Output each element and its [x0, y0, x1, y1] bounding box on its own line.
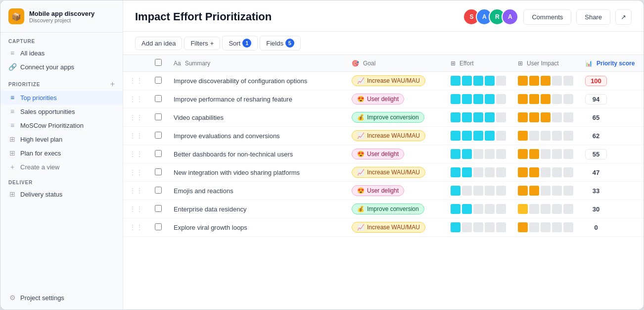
goal-cell: 📈 Increase WAU/MAU — [346, 127, 445, 145]
filters-button[interactable]: Filters + — [184, 37, 220, 50]
priority-score-cell: 100 — [579, 72, 644, 90]
drag-handle-icon[interactable]: ⋮⋮ — [129, 168, 143, 176]
drag-handle-icon[interactable]: ⋮⋮ — [129, 95, 143, 103]
table-row: ⋮⋮ Explore viral growth loops 📈 Increase… — [123, 218, 644, 237]
sidebar-item-plan-for-execs[interactable]: ⊞ Plan for execs — [0, 146, 123, 160]
priority-score-value: 62 — [585, 131, 607, 141]
goal-tag[interactable]: 📈 Increase WAU/MAU — [352, 130, 425, 141]
row-checkbox[interactable] — [155, 113, 162, 120]
drag-handle-icon[interactable]: ⋮⋮ — [129, 205, 143, 213]
prioritize-section-label: PRIORITIZE — [8, 82, 40, 87]
drag-handle-icon[interactable]: ⋮⋮ — [129, 223, 143, 231]
priority-score-cell: 55 — [579, 145, 644, 163]
sidebar-item-label: Connect your apps — [20, 63, 74, 71]
effort-dot — [485, 112, 495, 122]
goal-tag[interactable]: 💰 Improve conversion — [352, 204, 424, 214]
goal-tag[interactable]: 📈 Increase WAU/MAU — [352, 75, 425, 86]
effort-dot — [485, 149, 495, 159]
goal-tag[interactable]: 💰 Improve conversion — [352, 112, 424, 123]
gear-icon: ⚙ — [8, 294, 16, 302]
impact-dot — [529, 112, 539, 122]
effort-dots — [451, 112, 506, 122]
drag-handle-icon[interactable]: ⋮⋮ — [129, 187, 143, 195]
row-checkbox[interactable] — [155, 205, 162, 212]
drag-handle-icon[interactable]: ⋮⋮ — [129, 132, 143, 140]
app-logo: 📦 — [8, 8, 24, 24]
effort-cell — [445, 127, 512, 145]
impact-dot — [529, 149, 539, 159]
sidebar-item-create-view[interactable]: + Create a view — [0, 160, 123, 174]
row-checkbox[interactable] — [155, 95, 162, 102]
goal-tag[interactable]: 😍 User delight — [352, 185, 404, 196]
table-container: Aa Summary 🎯 Goal ⊞ — [123, 55, 644, 310]
th-effort: ⊞ Effort — [445, 55, 512, 72]
impact-dot — [518, 204, 528, 214]
comments-button[interactable]: Comments — [523, 9, 571, 25]
fields-button[interactable]: Fields 5 — [260, 36, 301, 51]
add-view-icon[interactable]: + — [110, 80, 115, 89]
sidebar-item-all-ideas[interactable]: ≡ All ideas — [0, 46, 123, 60]
app-subtitle: Discovery project — [29, 17, 94, 23]
row-checkbox-cell — [149, 182, 168, 200]
summary-cell: New integration with video sharing platf… — [168, 163, 346, 182]
summary-text: Improve discoverability of configuration… — [174, 77, 307, 85]
select-all-checkbox[interactable] — [155, 59, 162, 66]
goal-tag[interactable]: 😍 User delight — [352, 149, 404, 159]
row-checkbox[interactable] — [155, 223, 162, 230]
impact-dot — [552, 204, 562, 214]
row-checkbox[interactable] — [155, 132, 162, 139]
drag-handle-icon[interactable]: ⋮⋮ — [129, 77, 143, 85]
share-button[interactable]: Share — [576, 9, 610, 25]
sidebar-item-moscow[interactable]: ≡ MoSCow Prioritization — [0, 118, 123, 132]
sidebar-item-top-priorities[interactable]: ≡ Top priorities — [0, 91, 123, 104]
main-header: Impact Effort Prioritization S A R A Com… — [123, 0, 644, 32]
prioritize-section-header: PRIORITIZE + — [0, 74, 123, 91]
drag-handle-icon[interactable]: ⋮⋮ — [129, 113, 143, 121]
sidebar-item-high-level-plan[interactable]: ⊞ High level plan — [0, 132, 123, 146]
goal-tag[interactable]: 📈 Increase WAU/MAU — [352, 167, 425, 178]
effort-dot — [485, 222, 495, 232]
priority-score-cell: 65 — [579, 108, 644, 127]
drag-handle-cell: ⋮⋮ — [123, 182, 149, 200]
sort-button[interactable]: Sort 1 — [222, 36, 258, 51]
sidebar-item-label: MoSCow Prioritization — [20, 122, 84, 129]
effort-dot — [451, 149, 460, 159]
impact-dot — [563, 94, 573, 104]
impact-dot — [518, 222, 528, 232]
goal-label: Increase WAU/MAU — [367, 132, 420, 139]
effort-dot — [485, 76, 495, 86]
row-checkbox[interactable] — [155, 150, 162, 157]
sidebar-item-project-settings[interactable]: ⚙ Project settings — [0, 291, 123, 310]
impact-cell — [512, 127, 579, 145]
goal-tag[interactable]: 📈 Increase WAU/MAU — [352, 222, 425, 233]
drag-handle-icon[interactable]: ⋮⋮ — [129, 150, 143, 158]
row-checkbox[interactable] — [155, 187, 162, 194]
expand-button[interactable]: ↗ — [615, 9, 632, 25]
row-checkbox[interactable] — [155, 168, 162, 175]
effort-cell — [445, 90, 512, 108]
goal-label: Increase WAU/MAU — [367, 224, 420, 231]
drag-handle-cell: ⋮⋮ — [123, 163, 149, 182]
sidebar-item-sales-opportunities[interactable]: ≡ Sales opportunities — [0, 104, 123, 118]
goal-tag[interactable]: 😍 User delight — [352, 94, 404, 104]
impact-dot — [518, 112, 528, 122]
summary-text: Enterprise data residency — [174, 206, 246, 213]
table-row: ⋮⋮ Improve performance of resharing feat… — [123, 90, 644, 108]
row-checkbox[interactable] — [155, 77, 162, 84]
filters-label: Filters — [190, 40, 208, 47]
table-row: ⋮⋮ Enterprise data residency 💰 Improve c… — [123, 200, 644, 218]
effort-dot — [496, 167, 506, 177]
effort-dot — [451, 186, 460, 196]
add-idea-button[interactable]: Add an idea — [135, 37, 182, 50]
th-select-all[interactable] — [149, 55, 168, 72]
row-checkbox-cell — [149, 218, 168, 237]
effort-dot — [485, 204, 495, 214]
th-priority-score: 📊 Priority score — [579, 55, 644, 72]
th-user-impact: ⊞ User Impact — [512, 55, 579, 72]
avatar-group: S A R A — [463, 8, 518, 25]
effort-dot — [473, 131, 483, 141]
sidebar-item-connect-apps[interactable]: 🔗 Connect your apps — [0, 60, 123, 74]
sidebar-item-delivery-status[interactable]: ⊞ Delivery status — [0, 187, 123, 201]
effort-dot — [496, 204, 506, 214]
impact-dot — [552, 149, 562, 159]
